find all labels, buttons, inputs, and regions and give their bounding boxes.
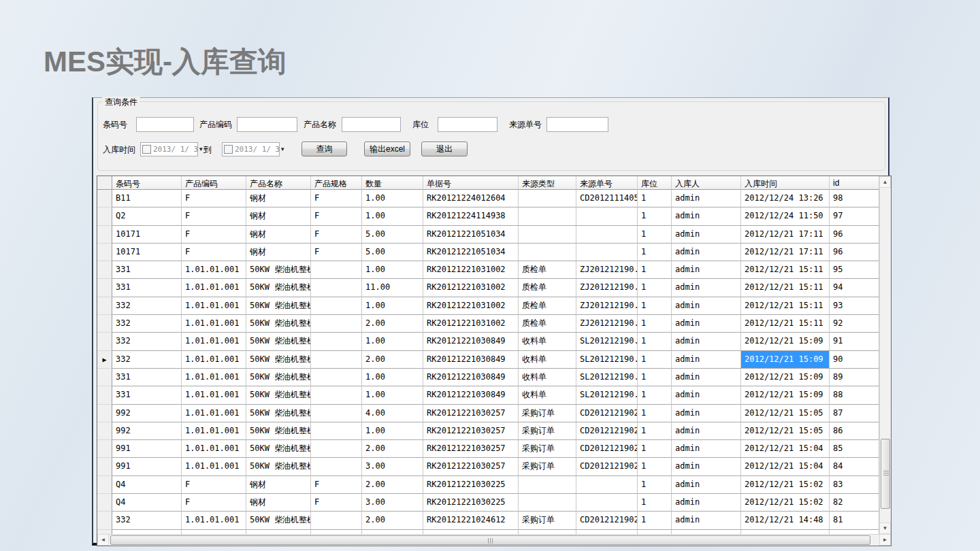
table-cell[interactable]: 1 xyxy=(638,351,672,369)
table-cell[interactable]: 90 xyxy=(830,351,879,369)
table-cell[interactable]: 1.01.01.001 xyxy=(182,405,246,422)
table-row[interactable]: ▶3321.01.01.00150KW 柴油机整机2.00RK201212210… xyxy=(97,351,891,369)
table-cell[interactable]: 2012/12/21 17:11 xyxy=(741,226,830,244)
table-cell[interactable]: F xyxy=(311,494,362,512)
table-cell[interactable]: RK20121221030849 xyxy=(423,369,519,386)
table-cell[interactable]: 50KW 柴油机整机 xyxy=(246,422,311,440)
table-cell[interactable]: 332 xyxy=(112,297,182,315)
table-cell[interactable]: 85 xyxy=(830,440,879,458)
table-cell[interactable]: 50KW 柴油机整机 xyxy=(246,405,311,422)
row-indicator-cell[interactable] xyxy=(97,297,112,315)
table-cell[interactable]: 1.01.01.001 xyxy=(182,279,246,297)
table-cell[interactable]: 收料单 xyxy=(519,351,576,369)
column-header-doc-number[interactable]: 单据号 xyxy=(423,176,519,190)
table-cell[interactable]: 1.01.01.001 xyxy=(182,261,246,279)
table-cell[interactable]: 钢材 xyxy=(246,207,311,225)
date-to-picker[interactable]: 2013/ 1/ 3 ▼ xyxy=(222,142,280,156)
table-cell[interactable]: 1 xyxy=(638,476,672,494)
table-cell[interactable]: 1.01.01.001 xyxy=(182,512,246,529)
table-cell[interactable]: admin xyxy=(672,244,741,261)
table-cell[interactable]: admin xyxy=(672,458,741,475)
table-cell[interactable]: 1 xyxy=(638,458,672,475)
chevron-down-icon[interactable]: ▼ xyxy=(280,146,285,152)
row-indicator-cell[interactable] xyxy=(97,494,112,512)
product-name-input[interactable] xyxy=(342,117,401,132)
table-row[interactable]: Q2F钢材F1.00RK201212241149381admin2012/12/… xyxy=(97,207,891,225)
table-cell[interactable]: 331 xyxy=(112,386,182,404)
table-cell[interactable]: Q4 xyxy=(112,494,182,512)
table-cell[interactable]: 1.00 xyxy=(362,333,423,350)
table-cell[interactable]: ZJ201212190... xyxy=(576,261,638,279)
table-cell[interactable]: admin xyxy=(672,512,741,529)
table-cell[interactable]: 1 xyxy=(638,494,672,512)
table-cell[interactable]: SL201212190... xyxy=(576,333,638,350)
table-cell[interactable] xyxy=(576,494,638,512)
table-cell[interactable]: admin xyxy=(672,333,741,350)
table-cell[interactable]: 992 xyxy=(112,405,182,422)
table-cell[interactable]: admin xyxy=(672,405,741,422)
table-cell[interactable]: 50KW 柴油机整机 xyxy=(246,333,311,350)
table-cell[interactable]: admin xyxy=(672,297,741,315)
table-cell[interactable]: admin xyxy=(672,207,741,225)
table-cell[interactable]: 89 xyxy=(830,369,879,386)
table-cell[interactable]: 92 xyxy=(830,315,879,333)
table-cell[interactable]: Q4 xyxy=(112,476,182,494)
row-indicator-cell[interactable] xyxy=(97,405,112,422)
table-cell[interactable]: 94 xyxy=(830,279,879,297)
table-cell[interactable] xyxy=(311,405,362,422)
table-cell[interactable]: 质检单 xyxy=(519,297,576,315)
table-cell[interactable]: 98 xyxy=(830,190,879,207)
table-cell[interactable] xyxy=(519,494,576,512)
table-cell[interactable] xyxy=(576,476,638,494)
table-cell[interactable]: Q2 xyxy=(112,207,182,225)
table-cell[interactable]: 87 xyxy=(830,405,879,422)
table-cell[interactable]: SL201212190... xyxy=(576,386,638,404)
row-indicator-cell[interactable] xyxy=(97,512,112,529)
table-cell[interactable]: 1 xyxy=(638,440,672,458)
table-cell[interactable]: 1.00 xyxy=(362,422,423,440)
table-cell[interactable]: RK20121221031002 xyxy=(423,297,519,315)
table-cell[interactable]: CD2012121902 xyxy=(576,440,638,458)
table-cell[interactable]: RK20121221031002 xyxy=(423,315,519,333)
table-cell[interactable]: RK20121221031002 xyxy=(423,279,519,297)
table-cell[interactable]: 收料单 xyxy=(519,369,576,386)
column-header-id[interactable]: id xyxy=(830,176,879,190)
table-cell[interactable]: admin xyxy=(672,226,741,244)
table-cell[interactable]: 2012/12/21 17:11 xyxy=(741,244,830,261)
table-cell[interactable]: 1.01.01.001 xyxy=(182,458,246,475)
table-cell[interactable]: admin xyxy=(672,476,741,494)
table-cell[interactable]: 2.00 xyxy=(362,351,423,369)
table-cell[interactable]: 88 xyxy=(830,386,879,404)
table-cell[interactable]: 2012/12/21 15:09 xyxy=(741,386,830,404)
row-indicator-cell[interactable] xyxy=(97,369,112,386)
barcode-input[interactable] xyxy=(136,117,194,132)
row-indicator-cell[interactable] xyxy=(97,279,112,297)
table-cell[interactable]: admin xyxy=(672,315,741,333)
table-cell[interactable]: F xyxy=(311,244,362,261)
table-cell[interactable]: 1.01.01.001 xyxy=(182,333,246,350)
table-cell[interactable]: 82 xyxy=(830,494,879,512)
table-row[interactable]: 9911.01.01.00150KW 柴油机整机2.00RK2012122103… xyxy=(97,440,891,458)
table-cell[interactable]: 1.01.01.001 xyxy=(182,440,246,458)
table-cell[interactable]: 2012/12/21 15:05 xyxy=(741,422,830,440)
table-cell[interactable] xyxy=(519,226,576,244)
table-cell[interactable]: F xyxy=(182,476,246,494)
column-header-product-code[interactable]: 产品编码 xyxy=(182,176,246,190)
table-cell[interactable] xyxy=(519,244,576,261)
table-cell[interactable]: 1 xyxy=(638,369,672,386)
table-cell[interactable]: 收料单 xyxy=(519,333,576,350)
table-cell[interactable]: 1 xyxy=(638,190,672,207)
table-cell[interactable]: 钢材 xyxy=(246,226,311,244)
table-cell[interactable]: admin xyxy=(672,279,741,297)
row-indicator-cell[interactable] xyxy=(97,422,112,440)
table-cell[interactable]: 332 xyxy=(112,333,182,350)
table-cell[interactable]: 1.00 xyxy=(362,297,423,315)
scroll-left-icon[interactable]: ◄ xyxy=(97,534,109,546)
table-cell[interactable]: ZJ201212190... xyxy=(576,279,638,297)
row-indicator-cell[interactable] xyxy=(97,333,112,350)
table-cell[interactable]: RK20121221030849 xyxy=(423,351,519,369)
chevron-down-icon[interactable]: ▼ xyxy=(198,146,203,152)
table-cell[interactable]: 50KW 柴油机整机 xyxy=(246,315,311,333)
date-from-checkbox[interactable] xyxy=(142,145,151,154)
table-cell[interactable]: RK20121221030225 xyxy=(423,494,519,512)
